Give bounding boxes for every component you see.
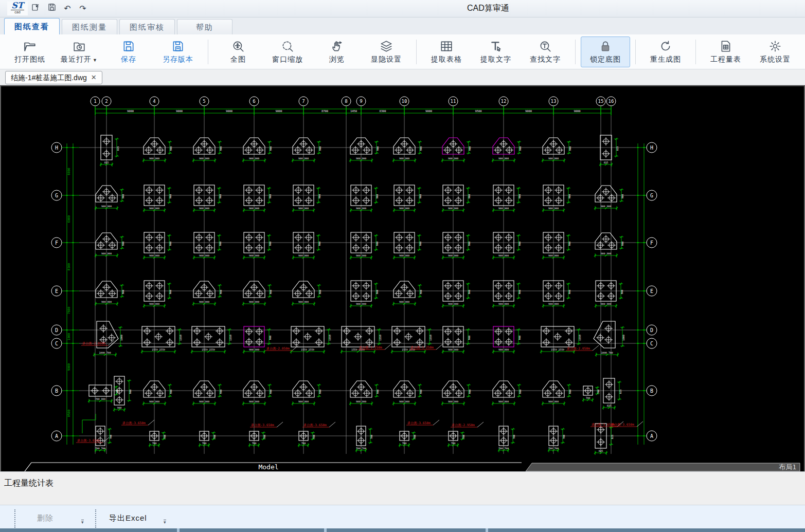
pile-cap: 1000 7001000 bbox=[93, 321, 123, 357]
chevron-down-icon: ▼ bbox=[93, 58, 98, 63]
svg-text:6000: 6000 bbox=[67, 168, 70, 175]
svg-text:825: 825 bbox=[599, 450, 603, 452]
toolbar-button-label: 系统设置 bbox=[760, 55, 791, 64]
model-tab[interactable]: Model bbox=[25, 463, 522, 471]
svg-text:900 900: 900 900 bbox=[548, 254, 559, 257]
svg-text:900: 900 bbox=[376, 290, 379, 295]
svg-text:900: 900 bbox=[270, 390, 272, 394]
svg-text:E: E bbox=[55, 288, 58, 294]
pile-cap: 1559 15591559 bbox=[141, 326, 182, 354]
grid-bubble-row-C-l: C bbox=[51, 338, 62, 348]
text-find-button[interactable]: 查找文字 bbox=[521, 36, 570, 67]
zoom-all-button[interactable]: 全图 bbox=[213, 36, 263, 67]
ribbon-tab-2[interactable]: 图纸测量 bbox=[62, 19, 117, 34]
pile-cap: 700 700700 bbox=[548, 426, 565, 452]
pile-cap: 900 900900 bbox=[142, 381, 172, 406]
ribbon-tab-3[interactable]: 图纸审核 bbox=[119, 19, 175, 34]
folder-open-button[interactable]: 打开图纸 bbox=[5, 36, 55, 67]
pile-cap: 900 900900 bbox=[292, 232, 321, 260]
layers-button[interactable]: 显隐设置 bbox=[362, 36, 411, 67]
folder-recent-button[interactable]: 最近打开▼ bbox=[55, 36, 104, 67]
document-tab-label: 结施-1#桩基施工图.dwg bbox=[11, 71, 87, 84]
table-button[interactable]: 提取表格 bbox=[422, 36, 471, 67]
svg-text:2: 2 bbox=[105, 99, 108, 104]
svg-text:900: 900 bbox=[270, 290, 272, 295]
svg-text:700: 700 bbox=[301, 442, 306, 445]
save-button[interactable]: 保存 bbox=[104, 36, 153, 67]
delete-button[interactable]: 删除 bbox=[37, 510, 53, 526]
svg-text:900: 900 bbox=[219, 194, 222, 199]
svg-text:900 900: 900 900 bbox=[601, 303, 611, 305]
svg-text:承台面-1.250m: 承台面-1.250m bbox=[359, 345, 382, 350]
svg-text:9000: 9000 bbox=[176, 109, 183, 113]
open-file-icon[interactable] bbox=[29, 3, 42, 15]
pile-cap: 1000 7001000 bbox=[594, 321, 625, 357]
ribbon-tab-1[interactable]: 图纸查看 bbox=[4, 18, 60, 34]
svg-text:1000: 1000 bbox=[120, 335, 123, 341]
toolbar-drag-handle[interactable] bbox=[14, 509, 15, 528]
redo-icon[interactable]: ↷ bbox=[77, 3, 89, 15]
pile-cap: 900 900900 bbox=[441, 138, 471, 162]
lock-button[interactable]: 锁定底图 bbox=[581, 36, 630, 67]
svg-text:E: E bbox=[650, 288, 653, 294]
pan-button[interactable]: 浏览 bbox=[312, 36, 362, 67]
save-icon bbox=[122, 40, 135, 53]
svg-text:900: 900 bbox=[419, 194, 422, 199]
save-icon[interactable] bbox=[46, 3, 58, 15]
svg-text:900: 900 bbox=[621, 242, 624, 246]
regen-button[interactable]: 重生成图 bbox=[641, 36, 690, 67]
svg-text:700 900: 700 900 bbox=[95, 398, 105, 400]
svg-text:Model: Model bbox=[258, 463, 278, 471]
export-excel-button[interactable]: 导出Excel bbox=[109, 510, 147, 526]
svg-text:900: 900 bbox=[129, 390, 132, 394]
svg-text:900 900: 900 900 bbox=[498, 254, 509, 257]
gear-button[interactable]: 系统设置 bbox=[750, 36, 800, 67]
export-dropdown-arrow[interactable]: ▾ bbox=[164, 520, 166, 524]
svg-text:900: 900 bbox=[117, 407, 122, 409]
toolbar-button-label: 查找文字 bbox=[530, 55, 561, 64]
svg-text:900: 900 bbox=[377, 390, 379, 394]
close-icon[interactable]: ✕ bbox=[91, 71, 97, 84]
svg-text:900 900: 900 900 bbox=[149, 400, 159, 403]
zoom-window-button[interactable]: 窗口缩放 bbox=[263, 36, 312, 67]
svg-text:1559 1559: 1559 1559 bbox=[301, 348, 314, 351]
cad-canvas[interactable]: 9000900090009000870014508300900095009000… bbox=[0, 85, 805, 471]
pile-cap: 700 700700 bbox=[498, 426, 515, 452]
svg-text:900: 900 bbox=[270, 146, 272, 151]
svg-text:700 700: 700 700 bbox=[356, 447, 366, 450]
grid-bubble-col-10: 10 bbox=[400, 97, 409, 106]
svg-text:900: 900 bbox=[269, 336, 272, 340]
svg-text:9000: 9000 bbox=[574, 109, 580, 113]
pile-cap: 825825 bbox=[100, 135, 119, 167]
toolbar-drag-handle[interactable] bbox=[95, 509, 96, 528]
grid-bubble-row-F-r: F bbox=[647, 237, 657, 248]
delete-dropdown-arrow[interactable]: ▾ bbox=[81, 520, 84, 524]
svg-text:1559: 1559 bbox=[579, 335, 581, 341]
svg-text:900 900: 900 900 bbox=[356, 400, 366, 403]
svg-text:900: 900 bbox=[420, 290, 422, 295]
layout-tab[interactable]: 布局1 bbox=[526, 463, 800, 471]
undo-icon[interactable]: ↶ bbox=[61, 3, 74, 15]
text-extract-button[interactable]: 提取文字 bbox=[471, 36, 521, 67]
boq-button[interactable]: 工程量表 bbox=[701, 36, 750, 67]
svg-text:900 900: 900 900 bbox=[298, 400, 309, 403]
pile-cap: 825825 bbox=[602, 378, 622, 410]
toolbar-button-label: 锁定底图 bbox=[590, 55, 621, 64]
document-tab[interactable]: 结施-1#桩基施工图.dwg ✕ bbox=[5, 71, 102, 84]
svg-text:700: 700 bbox=[563, 435, 565, 439]
elevation-annotation: 承台面-2.050m bbox=[566, 345, 599, 351]
svg-text:900 900: 900 900 bbox=[356, 254, 366, 257]
elevation-annotation: 承台面-3.650m bbox=[121, 420, 154, 425]
svg-text:900: 900 bbox=[468, 194, 471, 199]
grid-bubble-col-7: 7 bbox=[299, 97, 308, 106]
svg-text:D: D bbox=[55, 327, 58, 333]
boq-icon bbox=[719, 40, 732, 53]
svg-text:700: 700 bbox=[597, 390, 600, 394]
toolbar-button-label: 重生成图 bbox=[650, 55, 681, 64]
ribbon-tab-4[interactable]: 帮助 bbox=[177, 19, 232, 34]
save-as-button[interactable]: 另存版本 bbox=[153, 36, 203, 67]
pile-cap: 900 900900 bbox=[392, 281, 422, 306]
elevation-annotation: 承台面-3.650m bbox=[302, 422, 335, 427]
pile-cap: 900 900900 bbox=[242, 138, 272, 162]
svg-text:13: 13 bbox=[551, 99, 557, 104]
